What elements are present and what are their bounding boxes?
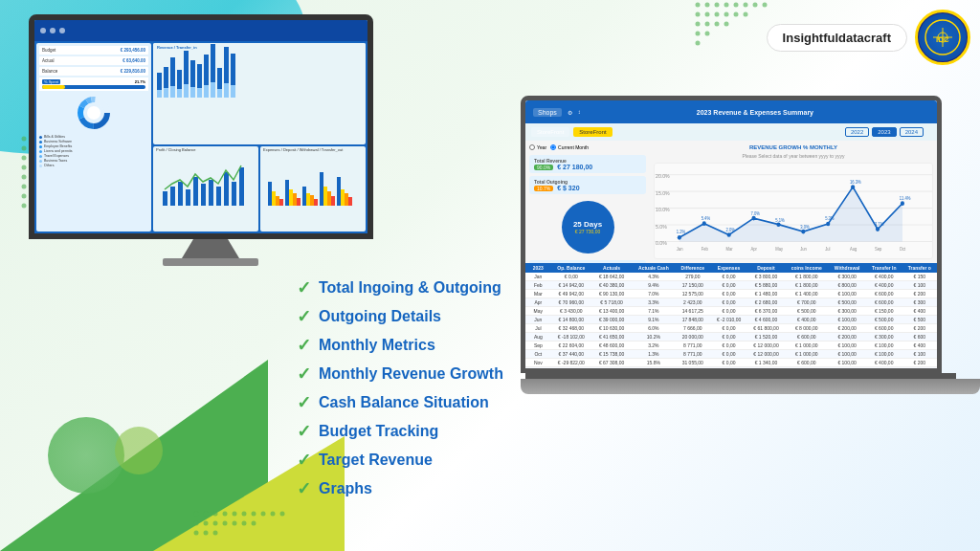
laptop-title: 2023 Revenue & Expenses Summary — [697, 109, 813, 116]
svg-point-60 — [242, 521, 247, 526]
col-actuals: Actuals — [591, 263, 632, 273]
storefront-tab[interactable]: StoreFront — [573, 127, 612, 137]
col-expenses: Expenses — [710, 263, 747, 273]
svg-point-54 — [280, 512, 285, 517]
svg-point-58 — [223, 521, 228, 526]
table-row: Apr€ 70 960,00€ 5 718,003.3%2 423,00€ 0,… — [525, 298, 937, 307]
revenue-badge: 90.0% — [534, 165, 553, 170]
svg-rect-100 — [323, 187, 327, 206]
budget-row-balance: Balance€ 229,816.00 — [39, 67, 148, 76]
checkmark-5: ✓ — [297, 392, 311, 413]
svg-rect-81 — [201, 184, 206, 206]
svg-point-43 — [705, 32, 710, 36]
svg-point-38 — [696, 22, 701, 27]
legend: Bills & Utilities Business Software Empl… — [39, 135, 148, 167]
table-row: Oct€ 37 440,00€ 15 738,001.3%8 771,00€ 0… — [525, 350, 937, 359]
col-transfer-o: Transfer o — [902, 263, 937, 273]
revenue-chart-panel: REVENUE GROWH % MONTHLY Please Select da… — [650, 141, 937, 263]
laptop: Shops ⚙ ↕ 2023 Revenue & Expenses Summar… — [521, 96, 961, 394]
monitor-screen: Budget€ 293,456.00 Actual€ 63,640.00 Bal… — [29, 14, 373, 239]
svg-point-127 — [901, 201, 904, 206]
col-deposit: Deposit — [747, 263, 785, 273]
revenue-metrics: Year Current Month Total Revenue 90.0% €… — [525, 141, 650, 263]
svg-text:15.0%: 15.0% — [656, 189, 670, 195]
svg-point-49 — [233, 512, 237, 517]
feature-item-3: ✓ Monthly Metrics — [297, 335, 503, 356]
svg-rect-98 — [314, 199, 318, 206]
year-2024[interactable]: 2024 — [900, 127, 924, 137]
topbar-dot-1 — [40, 28, 46, 33]
svg-text:3.0%: 3.0% — [800, 224, 809, 229]
svg-text:Mar: Mar — [726, 247, 734, 252]
svg-rect-106 — [348, 197, 352, 206]
svg-text:10.0%: 10.0% — [656, 207, 670, 212]
svg-rect-85 — [232, 182, 236, 206]
bottom-charts: Profit / Closing Balance — [153, 146, 366, 231]
svg-point-21 — [22, 204, 27, 209]
svg-point-125 — [851, 185, 855, 189]
outgoing-badge: 10.7% — [534, 186, 553, 191]
svg-rect-103 — [337, 177, 341, 206]
col-withdrawal: Withdrawal — [829, 263, 866, 273]
year-2022[interactable]: 2022 — [845, 127, 869, 137]
col-coins-income: coins Income — [785, 263, 829, 273]
svg-point-33 — [705, 12, 710, 17]
feature-item-2: ✓ Outgoing Details — [297, 306, 503, 327]
checkmark-1: ✓ — [297, 277, 311, 298]
monitor-base — [163, 258, 258, 266]
svg-point-52 — [261, 512, 266, 517]
svg-text:Jan: Jan — [677, 247, 683, 252]
svg-text:May: May — [775, 247, 784, 252]
svg-text:7.0%: 7.0% — [750, 210, 759, 215]
svg-text:Aug: Aug — [850, 247, 858, 252]
svg-text:5.4%: 5.4% — [702, 216, 710, 221]
svg-text:5.3%: 5.3% — [825, 216, 834, 221]
svg-rect-88 — [272, 191, 276, 206]
feature-item-8: ✓ Graphs — [297, 478, 503, 499]
donut-chart — [39, 94, 148, 132]
circle-deco-1 — [48, 417, 124, 494]
svg-point-3 — [22, 146, 27, 151]
svg-rect-91 — [285, 180, 289, 206]
col-actual-cash: Actuale Cash — [632, 263, 675, 273]
svg-point-63 — [204, 531, 209, 536]
svg-rect-79 — [186, 189, 190, 206]
year-2023[interactable]: 2023 — [872, 127, 896, 137]
monitor-topbar — [34, 20, 368, 41]
feature-text-6: Budget Tracking — [319, 423, 438, 440]
svg-point-47 — [213, 512, 218, 517]
svg-point-44 — [696, 41, 701, 46]
checkmark-2: ✓ — [297, 306, 311, 327]
svg-text:Oct: Oct — [900, 247, 906, 252]
svg-point-18 — [22, 194, 27, 199]
logo-text: Insightfuldatacraft — [767, 24, 907, 52]
svg-rect-77 — [170, 187, 175, 206]
days-circle: 25 Days € 27 730,00 — [562, 201, 614, 253]
shops-label: Shops — [533, 108, 562, 117]
feature-text-8: Graphs — [319, 480, 372, 497]
table-row: Feb€ 14 942,00€ 40 380,009.4%17 150,00€ … — [525, 281, 937, 290]
svg-point-62 — [194, 531, 199, 536]
svg-text:5.0%: 5.0% — [656, 223, 667, 229]
svg-rect-80 — [193, 177, 198, 206]
table-row: Dec€ -35 610,00€ 72 200,003.9%25 000,00€… — [525, 367, 937, 369]
feature-item-4: ✓ Monthly Revenue Growth — [297, 364, 503, 385]
revenue-section: Year Current Month Total Revenue 90.0% €… — [525, 141, 937, 263]
checkmark-4: ✓ — [297, 364, 311, 385]
storeback-tab[interactable]: StoreFront — [531, 127, 569, 137]
logo-inner: IDC — [919, 13, 967, 61]
svg-point-15 — [22, 185, 27, 189]
col-year: 2023 — [525, 263, 551, 273]
svg-point-42 — [696, 32, 701, 36]
dots-pattern-bottom — [191, 509, 306, 541]
table-row: Aug€ -18 102,00€ 41 650,0010.2%20 000,00… — [525, 333, 937, 342]
svg-point-59 — [233, 521, 237, 526]
feature-item-5: ✓ Cash Balance Situation — [297, 392, 503, 413]
svg-point-56 — [204, 521, 209, 526]
laptop-topbar: Shops ⚙ ↕ 2023 Revenue & Expenses Summar… — [525, 100, 937, 123]
svg-point-31 — [763, 3, 768, 8]
checkmark-7: ✓ — [297, 450, 311, 471]
svg-point-119 — [702, 221, 706, 226]
svg-rect-96 — [306, 193, 310, 206]
svg-point-61 — [252, 521, 256, 526]
